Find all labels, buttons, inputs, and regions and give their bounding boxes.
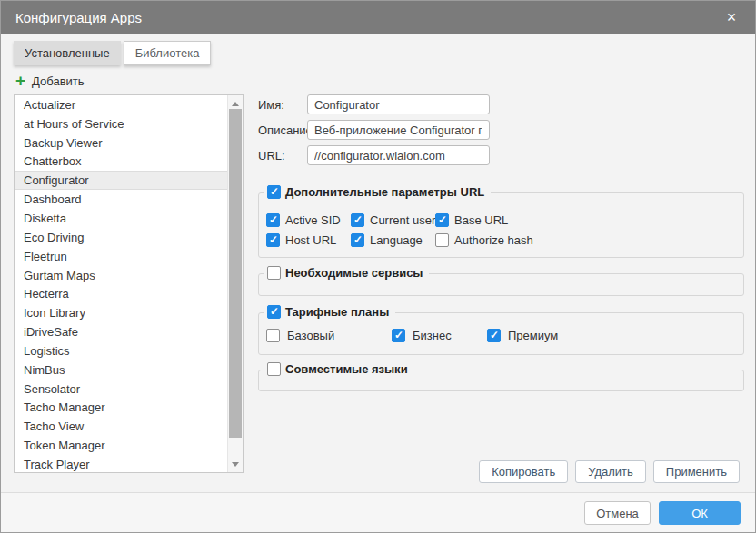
active-sid-checkbox[interactable] bbox=[266, 213, 280, 227]
ok-button[interactable]: ОК bbox=[659, 501, 741, 525]
app-list-item[interactable]: iDriveSafe bbox=[15, 322, 227, 341]
app-name: Hecterra bbox=[24, 287, 69, 301]
dialog-title: Конфигурация Apps bbox=[15, 10, 142, 25]
app-name: Fleetrun bbox=[24, 250, 67, 263]
tab-installed[interactable]: Установленные bbox=[14, 41, 121, 65]
url-input[interactable] bbox=[307, 145, 490, 165]
scroll-down-icon bbox=[232, 462, 239, 467]
app-list-item[interactable]: Hecterra bbox=[15, 284, 227, 303]
app-name: Dashboard bbox=[24, 192, 82, 206]
app-list-item[interactable]: Actualizer bbox=[15, 95, 227, 114]
url-params-group: Дополнительные параметры URL Active SID … bbox=[258, 192, 744, 258]
app-name: Chatterbox bbox=[24, 154, 82, 168]
url-label: URL: bbox=[258, 149, 307, 163]
app-name: Eco Driving bbox=[24, 231, 84, 244]
app-list-item[interactable]: Tacho Manager bbox=[15, 399, 227, 418]
app-name: Tacho View bbox=[24, 419, 84, 433]
premium-plan-checkbox[interactable] bbox=[487, 329, 501, 342]
app-list-items: Actualizer at Hours of Service Backup Vi… bbox=[15, 95, 227, 473]
option-basic-plan: Базовый bbox=[266, 329, 392, 342]
premium-plan-label: Премиум bbox=[508, 329, 558, 342]
description-label: Описание: bbox=[258, 123, 307, 137]
close-icon[interactable]: × bbox=[717, 1, 746, 34]
app-list-item[interactable]: Logistics bbox=[15, 341, 227, 360]
app-list-item[interactable]: Disketta bbox=[15, 209, 227, 228]
app-list-item[interactable]: Tacho View bbox=[15, 417, 227, 436]
required-services-title: Необходимые сервисы bbox=[285, 266, 423, 280]
app-name: Token Manager bbox=[24, 439, 105, 452]
url-params-checkbox[interactable] bbox=[267, 185, 281, 199]
add-app-button[interactable]: + Добавить bbox=[15, 72, 85, 90]
tab-bar: Установленные Библиотека bbox=[14, 41, 211, 65]
add-app-label: Добавить bbox=[32, 74, 84, 88]
app-list-item[interactable]: Fleetrun bbox=[15, 247, 227, 266]
scrollbar-thumb[interactable] bbox=[229, 109, 242, 438]
app-name: Sensolator bbox=[24, 382, 80, 396]
app-name: Icon Library bbox=[24, 306, 85, 320]
name-input[interactable] bbox=[307, 94, 490, 114]
base-url-label: Base URL bbox=[454, 213, 508, 227]
app-list-item[interactable]: Gurtam Maps bbox=[15, 266, 227, 285]
cancel-button[interactable]: Отмена bbox=[584, 501, 651, 525]
option-authorize-hash: Authorize hash bbox=[435, 233, 736, 247]
billing-plans-title: Тарифные планы bbox=[285, 305, 389, 319]
app-name: Actualizer bbox=[24, 98, 75, 112]
list-scrollbar[interactable] bbox=[227, 95, 243, 472]
dialog-footer: Отмена ОК bbox=[1, 492, 755, 532]
current-user-label: Current user bbox=[370, 213, 435, 227]
apply-button[interactable]: Применить bbox=[653, 460, 740, 483]
app-name: NimBus bbox=[24, 363, 65, 377]
business-plan-label: Бизнес bbox=[413, 329, 452, 342]
app-name: at Hours of Service bbox=[24, 117, 124, 131]
app-list-item[interactable]: Token Manager bbox=[15, 436, 227, 455]
app-name: Logistics bbox=[24, 344, 70, 358]
billing-plans-legend: Тарифные планы bbox=[264, 305, 395, 319]
authorize-hash-label: Authorize hash bbox=[454, 233, 533, 247]
app-list-item[interactable]: Configurator bbox=[15, 171, 227, 190]
option-business-plan: Бизнес bbox=[392, 329, 487, 342]
copy-button[interactable]: Копировать bbox=[479, 460, 568, 483]
compatible-languages-checkbox[interactable] bbox=[267, 362, 281, 376]
authorize-hash-checkbox[interactable] bbox=[435, 233, 449, 247]
basic-plan-checkbox[interactable] bbox=[266, 329, 280, 342]
plus-icon: + bbox=[15, 73, 25, 89]
scroll-up-icon bbox=[232, 102, 239, 106]
option-active-sid: Active SID bbox=[266, 213, 351, 227]
app-list-item[interactable]: Track Player bbox=[15, 455, 227, 473]
scroll-up-button[interactable] bbox=[228, 97, 243, 110]
app-list-item[interactable]: Sensolator bbox=[15, 380, 227, 399]
app-list-item[interactable]: NimBus bbox=[15, 360, 227, 380]
app-list-item[interactable]: at Hours of Service bbox=[15, 114, 227, 133]
app-list-item[interactable]: Icon Library bbox=[15, 303, 227, 322]
compatible-languages-group: Совместимые языки bbox=[258, 370, 744, 391]
base-url-checkbox[interactable] bbox=[435, 213, 449, 227]
billing-plans-group: Тарифные планы Базовый Бизнес Премиум bbox=[258, 312, 744, 355]
description-input[interactable] bbox=[307, 120, 490, 140]
scroll-down-button[interactable] bbox=[228, 458, 243, 470]
current-user-checkbox[interactable] bbox=[351, 213, 364, 227]
option-language: Language bbox=[351, 233, 435, 247]
app-name: Disketta bbox=[24, 212, 66, 225]
app-list-item[interactable]: Backup Viewer bbox=[15, 133, 227, 153]
app-name: iDriveSafe bbox=[24, 325, 78, 339]
url-params-title: Дополнительные параметры URL bbox=[285, 185, 484, 199]
app-list-item[interactable]: Dashboard bbox=[15, 190, 227, 209]
tab-library-label: Библиотека bbox=[135, 46, 200, 60]
url-row: URL: bbox=[258, 145, 744, 165]
language-label: Language bbox=[370, 233, 423, 247]
compatible-languages-title: Совместимые языки bbox=[285, 362, 408, 376]
business-plan-checkbox[interactable] bbox=[392, 329, 405, 342]
app-name: Track Player bbox=[24, 458, 89, 471]
app-list-item[interactable]: Chatterbox bbox=[15, 153, 227, 172]
required-services-checkbox[interactable] bbox=[267, 266, 281, 280]
app-list-item[interactable]: Eco Driving bbox=[15, 228, 227, 247]
billing-plans-checkbox[interactable] bbox=[267, 305, 281, 319]
app-name: Gurtam Maps bbox=[24, 269, 95, 282]
option-current-user: Current user bbox=[351, 213, 435, 227]
host-url-checkbox[interactable] bbox=[266, 233, 280, 247]
language-checkbox[interactable] bbox=[351, 233, 364, 247]
tab-library[interactable]: Библиотека bbox=[124, 41, 212, 65]
compatible-languages-legend: Совместимые языки bbox=[264, 362, 414, 376]
delete-button[interactable]: Удалить bbox=[575, 460, 646, 483]
option-premium-plan: Премиум bbox=[487, 329, 736, 342]
